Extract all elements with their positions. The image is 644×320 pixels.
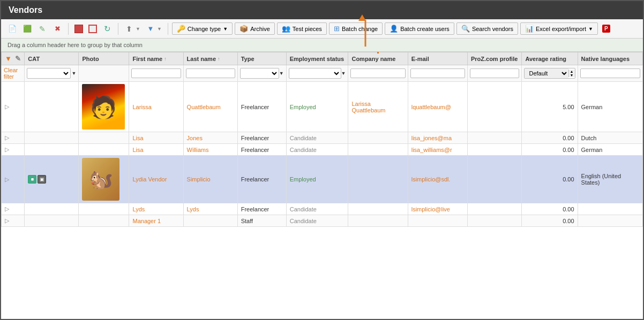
native-filter-input[interactable]	[580, 68, 640, 78]
row2-email-cell[interactable]: lisa_jones@ma	[408, 132, 467, 144]
col-email[interactable]: E-mail	[408, 52, 467, 65]
last-name-filter-input[interactable]	[186, 68, 235, 78]
test-pieces-button[interactable]: 👥 Test pieces	[277, 22, 327, 35]
col-filter-icons[interactable]: ▼ ✎	[2, 52, 25, 65]
row4-edit-icon[interactable]: ▷	[5, 176, 9, 182]
batch-create-users-button[interactable]: 👤 Batch create users	[385, 22, 454, 35]
email-filter-input[interactable]	[410, 68, 465, 78]
rating-spinner-up[interactable]: ▲	[569, 70, 575, 73]
row2-first-name-cell[interactable]: Lisa	[129, 132, 183, 144]
row4-email[interactable]: lsimplicio@sdl.	[411, 176, 451, 182]
rating-filter-select[interactable]: Default	[525, 68, 568, 78]
row4-avg-rating: 0.00	[563, 176, 574, 182]
col-type[interactable]: Type	[237, 52, 286, 65]
edit-button[interactable]: ✎	[35, 23, 49, 35]
row3-edit-icon[interactable]: ▷	[5, 146, 9, 153]
row1-last-name-cell[interactable]: Quattlebaum	[183, 82, 237, 132]
row5-last-name-cell[interactable]: Lyds	[183, 203, 237, 215]
col-cat[interactable]: CAT	[25, 52, 79, 65]
company-filter-input[interactable]	[350, 68, 405, 78]
row5-email[interactable]: lsimplicio@live	[411, 206, 450, 212]
row2-edit-icon[interactable]: ▷	[5, 134, 9, 141]
excel-export-button[interactable]: 📊 Excel export/import ▼	[520, 22, 598, 35]
row4-first-name[interactable]: Lydia Vendor	[132, 176, 167, 182]
filter-funnel-icon[interactable]: ▼	[5, 55, 12, 63]
col-native-languages[interactable]: Native languages	[578, 52, 642, 65]
batch-change-button[interactable]: ⊞ Batch change	[329, 22, 383, 35]
search-vendors-button[interactable]: 🔍 Search vendors	[456, 22, 518, 35]
row1-company-name[interactable]: Larissa Quattlebaum	[351, 101, 385, 113]
row1-first-name-cell[interactable]: Larissa	[129, 82, 183, 132]
new-button[interactable]: 📄	[5, 23, 19, 35]
row2-last-name[interactable]: Jones	[187, 135, 203, 141]
col-proz-profile[interactable]: ProZ.com profile	[467, 52, 522, 65]
row6-first-name[interactable]: Manager 1	[132, 218, 161, 224]
row1-email-cell[interactable]: lquattlebaum@	[408, 82, 467, 132]
row1-edit-icon[interactable]: ▷	[5, 103, 9, 110]
row2-email[interactable]: lisa_jones@ma	[411, 135, 452, 141]
col-photo[interactable]: Photo	[79, 52, 129, 65]
row4-email-cell[interactable]: lsimplicio@sdl.	[408, 156, 467, 203]
row1-email[interactable]: lquattlebaum@	[411, 104, 451, 110]
row4-first-name-cell[interactable]: Lydia Vendor	[129, 156, 183, 203]
row5-last-name[interactable]: Lyds	[187, 206, 199, 212]
proz-filter-input[interactable]	[470, 68, 520, 78]
row3-first-name[interactable]: Lisa	[132, 147, 143, 153]
row6-edit-icon[interactable]: ▷	[5, 217, 9, 224]
table-row[interactable]: ▷ Lisa Williams Freelancer Candidate	[2, 144, 643, 156]
copy-button[interactable]: 🟩	[20, 23, 34, 35]
col-avg-rating[interactable]: Average rating	[522, 52, 578, 65]
row3-first-name-cell[interactable]: Lisa	[129, 144, 183, 156]
row3-last-name-cell[interactable]: Williams	[183, 144, 237, 156]
table-row[interactable]: ▷ Lyds Lyds Freelancer Candidate	[2, 203, 643, 215]
row5-edit-icon[interactable]: ▷	[5, 205, 9, 212]
col-last-name[interactable]: Last name ↑	[183, 52, 237, 65]
table-row[interactable]: ▷ Manager 1 Staff Candidate	[2, 215, 643, 227]
refresh-button[interactable]: ↻	[100, 23, 114, 35]
row1-edit-cell[interactable]: ▷	[2, 82, 25, 132]
col-company-name[interactable]: Company name	[348, 52, 408, 65]
row4-last-name-cell[interactable]: Simplicio	[183, 156, 237, 203]
table-container[interactable]: ▼ ✎ CAT Photo	[1, 52, 643, 319]
table-row[interactable]: ▷ Lisa Jones Freelancer Candidate	[2, 132, 643, 144]
row5-email-cell[interactable]: lsimplicio@live	[408, 203, 467, 215]
row2-first-name[interactable]: Lisa	[132, 135, 143, 141]
deselect-button[interactable]	[86, 24, 99, 34]
first-name-sort-icon[interactable]: ↑	[164, 56, 167, 62]
row3-email-cell[interactable]: lisa_williams@r	[408, 144, 467, 156]
row1-company-cell[interactable]: Larissa Quattlebaum	[348, 82, 408, 132]
export-button[interactable]: ⬆ ▼	[122, 23, 143, 35]
row4-edit-cell[interactable]: ▷	[2, 156, 25, 203]
row3-last-name[interactable]: Williams	[187, 147, 209, 153]
row5-edit-cell[interactable]: ▷	[2, 203, 25, 215]
row6-first-name-cell[interactable]: Manager 1	[129, 215, 183, 227]
row5-first-name[interactable]: Lyds	[132, 206, 145, 212]
rating-spinner-down[interactable]: ▼	[569, 73, 575, 77]
filter-button[interactable]: ▼ ▼	[144, 23, 164, 35]
type-filter-select[interactable]: Freelancer Staff	[240, 68, 279, 79]
change-type-button[interactable]: 🔑 Change type ▼	[172, 22, 233, 35]
row1-last-name[interactable]: Quattlebaum	[187, 104, 221, 110]
row6-employment-cell: Candidate	[286, 215, 348, 227]
select-all-button[interactable]	[72, 24, 85, 34]
row4-last-name[interactable]: Simplicio	[187, 176, 211, 182]
first-name-filter-input[interactable]	[131, 68, 181, 78]
row6-edit-cell[interactable]: ▷	[2, 215, 25, 227]
row3-edit-cell[interactable]: ▷	[2, 144, 25, 156]
cat-filter-select[interactable]	[27, 68, 70, 79]
table-row[interactable]: ▷ 🧑 Larissa Quattlebaum	[2, 82, 643, 132]
clear-filter-link[interactable]: Clear	[4, 67, 18, 73]
row5-first-name-cell[interactable]: Lyds	[129, 203, 183, 215]
edit-columns-icon[interactable]: ✎	[15, 55, 21, 63]
col-first-name[interactable]: First name ↑	[129, 52, 183, 65]
archive-button[interactable]: 📦 Archive	[235, 22, 275, 35]
table-row[interactable]: ▷ ■ ▣ 🐿️ Lydia Vendor	[2, 156, 643, 203]
row1-first-name[interactable]: Larissa	[132, 104, 151, 110]
employment-filter-select[interactable]: Employed Candidate	[289, 68, 341, 79]
last-name-sort-icon[interactable]: ↑	[218, 56, 220, 62]
row3-email[interactable]: lisa_williams@r	[411, 147, 452, 153]
col-employment-status[interactable]: Employment status	[286, 52, 348, 65]
row2-last-name-cell[interactable]: Jones	[183, 132, 237, 144]
delete-button[interactable]: ✖	[50, 23, 64, 35]
row2-edit-cell[interactable]: ▷	[2, 132, 25, 144]
